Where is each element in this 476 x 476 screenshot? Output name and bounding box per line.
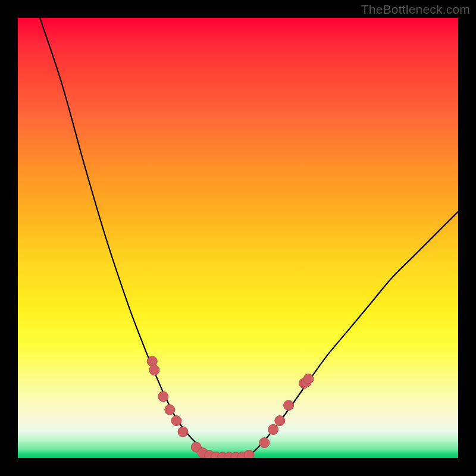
curve-marker	[244, 450, 254, 458]
curve-marker	[259, 438, 270, 448]
bottleneck-curve-svg	[18, 18, 458, 458]
curve-marker	[284, 400, 294, 411]
plot-area	[18, 18, 458, 458]
watermark-text: TheBottleneck.com	[361, 2, 470, 17]
curve-marker	[165, 405, 175, 415]
curve-marker	[171, 416, 181, 426]
curve-markers	[147, 356, 314, 458]
curve-marker	[149, 365, 159, 375]
curve-marker	[147, 356, 157, 367]
curve-marker	[275, 416, 285, 426]
chart-frame: TheBottleneck.com	[0, 0, 476, 476]
curve-marker	[303, 374, 314, 384]
curve-marker	[268, 424, 278, 434]
curve-marker	[158, 392, 168, 402]
bottleneck-curve-path	[40, 18, 458, 458]
curve-marker	[178, 427, 188, 437]
